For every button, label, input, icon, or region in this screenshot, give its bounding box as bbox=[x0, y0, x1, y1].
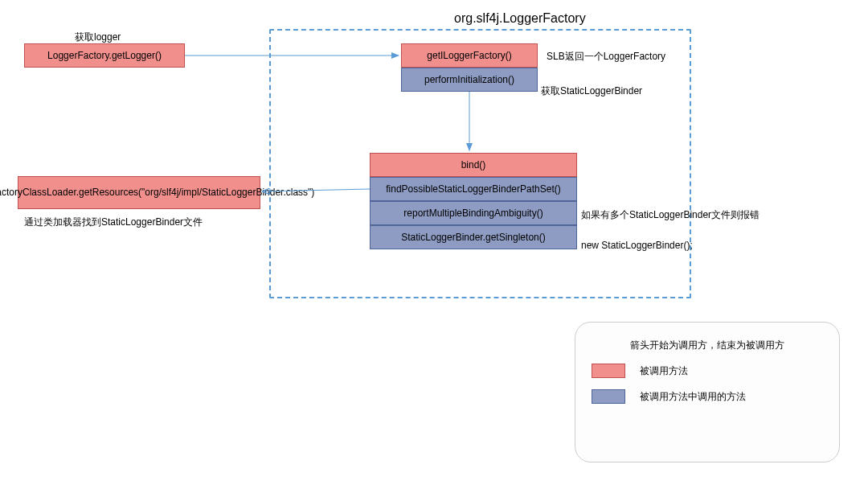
block2-top-label: bind() bbox=[461, 159, 486, 171]
entry-label: LoggerFactory.getLogger() bbox=[47, 50, 162, 61]
outcall-caption: 通过类加载器找到StaticLoggerBinder文件 bbox=[24, 216, 203, 229]
legend-row2-label: 被调用方法中调用的方法 bbox=[640, 390, 746, 404]
block2-sub3-note: new StaticLoggerBinder(); bbox=[581, 240, 693, 251]
legend-row-2: 被调用方法中调用的方法 bbox=[592, 389, 823, 404]
block2-sub1: findPossibleStaticLoggerBinderPathSet() bbox=[370, 177, 577, 201]
block2-sub1-label: findPossibleStaticLoggerBinderPathSet() bbox=[386, 183, 560, 195]
legend-row-1: 被调用方法 bbox=[592, 364, 823, 378]
block1-top-note: SLB返回一个LoggerFactory bbox=[547, 50, 665, 64]
legend-swatch-blue bbox=[592, 389, 625, 404]
block2-sub3: StaticLoggerBinder.getSingleton() bbox=[370, 225, 577, 249]
outcall-box: loggerFactoryClassLoader.getResources("o… bbox=[18, 176, 260, 209]
block2-sub2: reportMultipleBindingAmbiguity() bbox=[370, 201, 577, 225]
entry-box: LoggerFactory.getLogger() bbox=[24, 43, 185, 68]
block1-sub: performInitialization() bbox=[401, 68, 538, 92]
legend-panel: 箭头开始为调用方，结束为被调用方 被调用方法 被调用方法中调用的方法 bbox=[575, 322, 840, 462]
container-title: org.slf4j.LoggerFactory bbox=[454, 11, 586, 26]
outcall-label: loggerFactoryClassLoader.getResources("o… bbox=[0, 187, 314, 199]
block1-sub-label: performInitialization() bbox=[424, 74, 514, 85]
legend-row1-label: 被调用方法 bbox=[640, 364, 688, 378]
block2-sub3-label: StaticLoggerBinder.getSingleton() bbox=[401, 232, 545, 243]
legend-swatch-pink bbox=[592, 364, 625, 378]
block1-top: getILoggerFactory() bbox=[401, 43, 538, 68]
block2-sub2-note: 如果有多个StaticLoggerBinder文件则报错 bbox=[581, 208, 760, 222]
block1-top-label: getILoggerFactory() bbox=[427, 50, 511, 61]
block2-sub2-label: reportMultipleBindingAmbiguity() bbox=[403, 208, 542, 219]
legend-title: 箭头开始为调用方，结束为被调用方 bbox=[592, 339, 823, 352]
block1-sub-note: 获取StaticLoggerBinder bbox=[541, 84, 642, 98]
block2-top: bind() bbox=[370, 153, 577, 177]
entry-caption: 获取logger bbox=[75, 31, 121, 44]
